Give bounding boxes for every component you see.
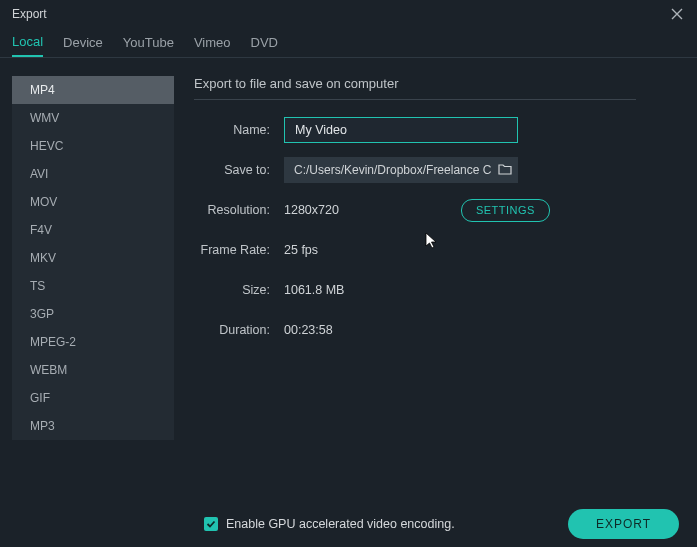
tab-local[interactable]: Local	[12, 28, 43, 57]
close-button[interactable]	[669, 6, 685, 22]
value-size: 1061.8 MB	[284, 283, 344, 297]
close-icon	[671, 8, 683, 20]
format-item-mpeg2[interactable]: MPEG-2	[12, 328, 174, 356]
format-item-gif[interactable]: GIF	[12, 384, 174, 412]
label-framerate: Frame Rate:	[194, 243, 284, 257]
tab-youtube[interactable]: YouTube	[123, 28, 174, 57]
format-item-avi[interactable]: AVI	[12, 160, 174, 188]
settings-button[interactable]: SETTINGS	[461, 199, 550, 222]
format-list: MP4 WMV HEVC AVI MOV F4V MKV TS 3GP MPEG…	[12, 76, 174, 440]
label-resolution: Resolution:	[194, 203, 284, 217]
export-button[interactable]: EXPORT	[568, 509, 679, 539]
main-panel: Export to file and save on computer Name…	[170, 58, 697, 547]
label-name: Name:	[194, 123, 284, 137]
format-item-hevc[interactable]: HEVC	[12, 132, 174, 160]
section-heading: Export to file and save on computer	[194, 76, 636, 100]
format-item-f4v[interactable]: F4V	[12, 216, 174, 244]
value-resolution: 1280x720	[284, 203, 339, 217]
saveto-field[interactable]: C:/Users/Kevin/Dropbox/Freelance Clients	[284, 157, 518, 183]
gpu-checkbox[interactable]	[204, 517, 218, 531]
value-duration: 00:23:58	[284, 323, 333, 337]
gpu-checkbox-row[interactable]: Enable GPU accelerated video encoding.	[204, 517, 455, 531]
check-icon	[206, 519, 216, 529]
name-input[interactable]	[284, 117, 518, 143]
format-item-mp4[interactable]: MP4	[12, 76, 174, 104]
format-item-mp3[interactable]: MP3	[12, 412, 174, 440]
format-item-mov[interactable]: MOV	[12, 188, 174, 216]
format-item-webm[interactable]: WEBM	[12, 356, 174, 384]
value-framerate: 25 fps	[284, 243, 318, 257]
tab-vimeo[interactable]: Vimeo	[194, 28, 231, 57]
gpu-label: Enable GPU accelerated video encoding.	[226, 517, 455, 531]
export-tabs: Local Device YouTube Vimeo DVD	[0, 28, 697, 58]
tab-dvd[interactable]: DVD	[251, 28, 278, 57]
titlebar: Export	[0, 0, 697, 28]
folder-icon[interactable]	[498, 163, 512, 178]
format-sidebar: MP4 WMV HEVC AVI MOV F4V MKV TS 3GP MPEG…	[0, 58, 170, 547]
label-saveto: Save to:	[194, 163, 284, 177]
format-item-ts[interactable]: TS	[12, 272, 174, 300]
format-item-mkv[interactable]: MKV	[12, 244, 174, 272]
label-size: Size:	[194, 283, 284, 297]
format-item-wmv[interactable]: WMV	[12, 104, 174, 132]
saveto-path: C:/Users/Kevin/Dropbox/Freelance Clients	[294, 163, 492, 177]
format-item-3gp[interactable]: 3GP	[12, 300, 174, 328]
label-duration: Duration:	[194, 323, 284, 337]
window-title: Export	[12, 7, 47, 21]
footer: Enable GPU accelerated video encoding. E…	[0, 501, 697, 547]
tab-device[interactable]: Device	[63, 28, 103, 57]
